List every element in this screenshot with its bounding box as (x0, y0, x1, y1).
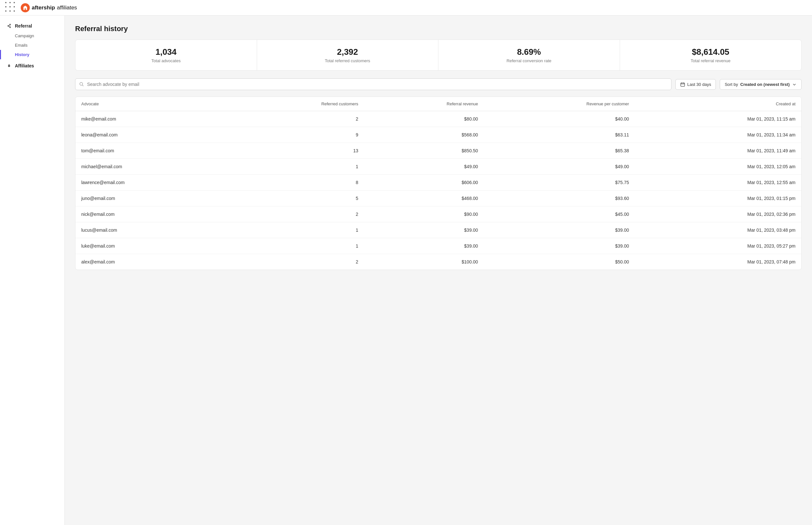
cell-created: Mar 01, 2023, 03:48 pm (635, 222, 801, 238)
cell-revenue: $39.00 (364, 238, 484, 254)
main-content: Referral history 1,034 Total advocates 2… (65, 16, 812, 525)
sort-button[interactable]: Sort by Created on (newest first) (720, 79, 802, 90)
col-advocate: Advocate (75, 97, 229, 111)
stat-card-revenue: $8,614.05 Total referral revenue (620, 40, 802, 70)
stat-label-referred: Total referred customers (265, 58, 431, 63)
sidebar-item-campaign[interactable]: Campaign (0, 31, 64, 41)
svg-line-4 (9, 26, 10, 27)
stat-label-advocates: Total advocates (83, 58, 249, 63)
cell-referred: 1 (229, 159, 364, 175)
cell-referred: 13 (229, 143, 364, 159)
calendar-icon (680, 82, 685, 87)
sort-value: Created on (newest first) (740, 82, 790, 87)
cell-advocate: lucus@email.com (75, 222, 229, 238)
cell-created: Mar 01, 2023, 07:48 pm (635, 254, 801, 270)
cell-created: Mar 01, 2023, 11:15 am (635, 111, 801, 127)
cell-per-customer: $50.00 (484, 254, 635, 270)
cell-advocate: luke@email.com (75, 238, 229, 254)
table-row: luke@email.com 1 $39.00 $39.00 Mar 01, 2… (75, 238, 801, 254)
logo: aftership affiliates (21, 3, 77, 12)
sort-prefix: Sort by (724, 82, 738, 87)
stat-value-conversion: 8.69% (446, 47, 612, 57)
cell-created: Mar 01, 2023, 11:34 am (635, 127, 801, 143)
sidebar-parent-affiliates[interactable]: Affiliates (0, 61, 64, 71)
sidebar-section-referral: Referral Campaign Emails History (0, 21, 64, 59)
referral-table: Advocate Referred customers Referral rev… (75, 97, 801, 270)
cell-created: Mar 01, 2023, 02:36 pm (635, 207, 801, 222)
cell-referred: 8 (229, 175, 364, 191)
table-row: lawrence@email.com 8 $606.00 $75.75 Mar … (75, 175, 801, 191)
cell-created: Mar 01, 2023, 05:27 pm (635, 238, 801, 254)
cell-advocate: michael@email.com (75, 159, 229, 175)
table-wrap: Advocate Referred customers Referral rev… (75, 96, 802, 270)
table-row: mike@email.com 2 $80.00 $40.00 Mar 01, 2… (75, 111, 801, 127)
cell-advocate: mike@email.com (75, 111, 229, 127)
chevron-down-icon (792, 82, 797, 87)
sidebar-parent-referral[interactable]: Referral (0, 21, 64, 31)
controls: Last 30 days Sort by Created on (newest … (75, 78, 802, 90)
cell-referred: 5 (229, 191, 364, 207)
date-filter-button[interactable]: Last 30 days (675, 79, 716, 90)
table-row: alex@email.com 2 $100.00 $50.00 Mar 01, … (75, 254, 801, 270)
search-icon (79, 82, 84, 87)
cell-revenue: $39.00 (364, 222, 484, 238)
table-row: juno@email.com 5 $468.00 $93.60 Mar 01, … (75, 191, 801, 207)
svg-line-6 (82, 85, 83, 86)
table-row: leona@email.com 9 $568.00 $63.11 Mar 01,… (75, 127, 801, 143)
cell-revenue: $468.00 (364, 191, 484, 207)
stats-row: 1,034 Total advocates 2,392 Total referr… (75, 40, 802, 71)
cell-advocate: alex@email.com (75, 254, 229, 270)
cell-revenue: $49.00 (364, 159, 484, 175)
search-input[interactable] (75, 78, 671, 90)
cell-referred: 1 (229, 222, 364, 238)
cell-revenue: $80.00 (364, 111, 484, 127)
col-revenue: Referral revenue (364, 97, 484, 111)
col-created: Created at (635, 97, 801, 111)
stat-value-advocates: 1,034 (83, 47, 249, 57)
table-row: michael@email.com 1 $49.00 $49.00 Mar 01… (75, 159, 801, 175)
layout: Referral Campaign Emails History Affilia… (0, 16, 812, 525)
table-header: Advocate Referred customers Referral rev… (75, 97, 801, 111)
date-label: Last 30 days (687, 82, 711, 87)
cell-advocate: juno@email.com (75, 191, 229, 207)
cell-per-customer: $75.75 (484, 175, 635, 191)
cell-referred: 9 (229, 127, 364, 143)
search-wrap (75, 78, 671, 90)
cell-referred: 2 (229, 207, 364, 222)
svg-point-1 (10, 24, 11, 25)
svg-rect-7 (681, 83, 684, 87)
cell-referred: 1 (229, 238, 364, 254)
stat-label-revenue: Total referral revenue (628, 58, 794, 63)
logo-text: aftership (32, 4, 55, 11)
cell-per-customer: $63.11 (484, 127, 635, 143)
cell-revenue: $606.00 (364, 175, 484, 191)
table-row: nick@email.com 2 $90.00 $45.00 Mar 01, 2… (75, 207, 801, 222)
cell-referred: 2 (229, 111, 364, 127)
col-referred: Referred customers (229, 97, 364, 111)
stat-value-referred: 2,392 (265, 47, 431, 57)
sidebar: Referral Campaign Emails History Affilia… (0, 16, 65, 525)
cell-per-customer: $40.00 (484, 111, 635, 127)
cell-revenue: $100.00 (364, 254, 484, 270)
stat-card-referred: 2,392 Total referred customers (257, 40, 439, 70)
cell-per-customer: $39.00 (484, 222, 635, 238)
logo-sub: affiliates (57, 4, 77, 11)
cell-created: Mar 01, 2023, 12:05 am (635, 159, 801, 175)
stat-label-conversion: Referral conversion rate (446, 58, 612, 63)
cell-per-customer: $93.60 (484, 191, 635, 207)
cell-advocate: tom@email.com (75, 143, 229, 159)
stat-card-advocates: 1,034 Total advocates (75, 40, 257, 70)
page-title: Referral history (75, 25, 802, 33)
stat-value-revenue: $8,614.05 (628, 47, 794, 57)
sidebar-item-history[interactable]: History (0, 50, 64, 59)
table-body: mike@email.com 2 $80.00 $40.00 Mar 01, 2… (75, 111, 801, 270)
cell-created: Mar 01, 2023, 12:55 am (635, 175, 801, 191)
svg-point-5 (80, 82, 82, 85)
cell-advocate: lawrence@email.com (75, 175, 229, 191)
logo-icon (21, 3, 30, 12)
grid-icon[interactable] (5, 2, 17, 14)
sidebar-item-emails[interactable]: Emails (0, 41, 64, 50)
cell-advocate: nick@email.com (75, 207, 229, 222)
cell-per-customer: $39.00 (484, 238, 635, 254)
svg-point-2 (10, 27, 11, 28)
